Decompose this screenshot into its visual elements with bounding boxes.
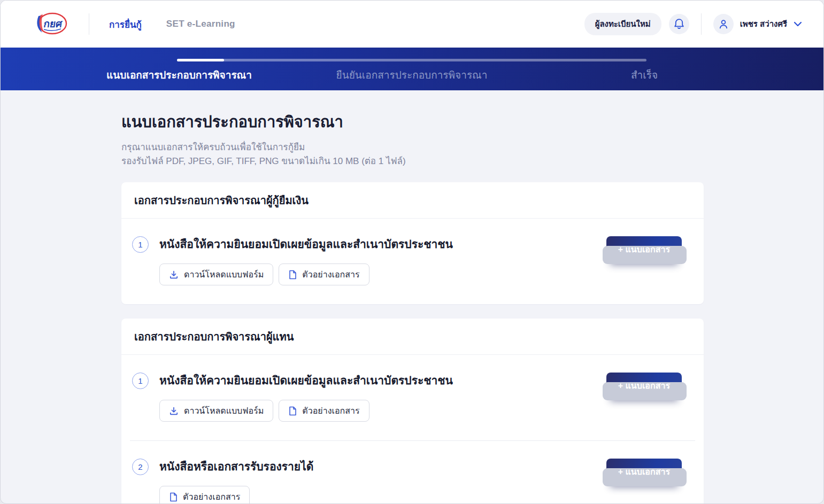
header-divider-2 [701, 13, 702, 35]
page-subtitle-line2: รองรับไฟล์ PDF, JPEG, GIF, TIFF, PNG ขนา… [121, 154, 823, 168]
document-item-title: หนังสือให้ความยินยอมเปิดเผยข้อมูลและสำเน… [159, 371, 596, 389]
attach-document-button[interactable]: + แนบเอกสาร [606, 373, 682, 399]
user-name: เพชร สว่างศรี [740, 18, 787, 30]
org-logo[interactable]: กยศ [35, 10, 69, 38]
nav-item-loan-application[interactable]: การยื่นกู้ [109, 17, 142, 32]
user-avatar [713, 14, 734, 34]
step-success[interactable]: สำเร็จ [631, 67, 658, 83]
item-number-badge: 2 [132, 459, 149, 475]
item-body: หนังสือหรือเอกสารรับรองรายได้ ตัวอย่างเอ… [159, 458, 596, 504]
document-icon [288, 270, 297, 280]
download-form-button[interactable]: ดาวน์โหลดแบบฟอร์ม [159, 263, 273, 285]
app-window: กยศ การยื่นกู้ SET e-Learning ผู้ลงทะเบี… [0, 0, 824, 504]
document-item: 2 หนังสือหรือเอกสารรับรองรายได้ ตัวอย่าง… [121, 441, 704, 504]
section-title: เอกสารประกอบการพิจารณาผู้กู้ยืมเงิน [121, 182, 704, 219]
sample-document-button[interactable]: ตัวอย่างเอกสาร [159, 486, 250, 504]
item-actions: ตัวอย่างเอกสาร [159, 486, 596, 504]
main-nav: การยื่นกู้ SET e-Learning [109, 17, 235, 32]
header-divider [89, 13, 89, 35]
user-menu[interactable]: เพชร สว่างศรี [713, 14, 802, 34]
document-icon [169, 492, 178, 502]
item-number-badge: 1 [132, 373, 149, 389]
org-logo-icon: กยศ [35, 11, 68, 37]
page-subtitle-line1: กรุณาแนบเอกสารให้ครบถ้วนเพื่อใช้ในการกู้… [121, 141, 823, 154]
notifications-button[interactable] [669, 14, 689, 34]
sample-document-button[interactable]: ตัวอย่างเอกสาร [279, 400, 369, 422]
progress-stepper: แนบเอกสารประกอบการพิจารณา ยืนยันเอกสารปร… [1, 48, 823, 90]
top-header: กยศ การยื่นกู้ SET e-Learning ผู้ลงทะเบี… [1, 1, 823, 48]
download-form-button[interactable]: ดาวน์โหลดแบบฟอร์ม [159, 400, 273, 422]
section-representative-documents: เอกสารประกอบการพิจารณาผู้แทน 1 หนังสือให… [121, 319, 704, 504]
new-registrant-badge[interactable]: ผู้ลงทะเบียนใหม่ [584, 13, 661, 35]
document-item-title: หนังสือให้ความยินยอมเปิดเผยข้อมูลและสำเน… [159, 235, 596, 253]
header-actions: ผู้ลงทะเบียนใหม่ เพชร สว่างศรี [584, 13, 802, 35]
download-icon [169, 406, 179, 416]
step-attach-documents[interactable]: แนบเอกสารประกอบการพิจารณา [106, 67, 252, 83]
item-actions: ดาวน์โหลดแบบฟอร์ม ตัวอย่างเอกสาร [159, 400, 596, 422]
sample-document-label: ตัวอย่างเอกสาร [302, 268, 359, 281]
chevron-down-icon [794, 21, 802, 27]
document-item: 1 หนังสือให้ความยินยอมเปิดเผยข้อมูลและสำ… [121, 219, 704, 304]
stepper-progress-fill [177, 59, 224, 61]
main-content: แนบเอกสารประกอบการพิจารณา กรุณาแนบเอกสาร… [1, 90, 823, 504]
download-icon [169, 270, 179, 280]
download-form-label: ดาวน์โหลดแบบฟอร์ม [184, 404, 264, 417]
attach-document-button[interactable]: + แนบเอกสาร [606, 459, 682, 485]
attach-document-button[interactable]: + แนบเอกสาร [606, 236, 682, 262]
item-number-badge: 1 [132, 236, 149, 253]
item-body: หนังสือให้ความยินยอมเปิดเผยข้อมูลและสำเน… [159, 235, 596, 285]
stepper-track [177, 59, 646, 61]
bell-icon [674, 18, 684, 30]
document-item-title: หนังสือหรือเอกสารรับรองรายได้ [159, 458, 596, 475]
item-body: หนังสือให้ความยินยอมเปิดเผยข้อมูลและสำเน… [159, 371, 596, 422]
sample-document-label: ตัวอย่างเอกสาร [302, 404, 359, 417]
section-borrower-documents: เอกสารประกอบการพิจารณาผู้กู้ยืมเงิน 1 หน… [121, 182, 704, 304]
document-item: 1 หนังสือให้ความยินยอมเปิดเผยข้อมูลและสำ… [121, 355, 704, 440]
person-icon [718, 19, 729, 29]
page-title: แนบเอกสารประกอบการพิจารณา [121, 110, 823, 134]
document-icon [288, 406, 297, 416]
download-form-label: ดาวน์โหลดแบบฟอร์ม [184, 268, 264, 281]
sample-document-label: ตัวอย่างเอกสาร [183, 490, 240, 503]
step-confirm-documents[interactable]: ยืนยันเอกสารประกอบการพิจารณา [336, 67, 488, 83]
svg-text:กยศ: กยศ [43, 18, 64, 30]
item-actions: ดาวน์โหลดแบบฟอร์ม ตัวอย่างเอกสาร [159, 263, 596, 285]
section-title: เอกสารประกอบการพิจารณาผู้แทน [121, 319, 704, 355]
sample-document-button[interactable]: ตัวอย่างเอกสาร [279, 263, 369, 285]
nav-item-set-elearning[interactable]: SET e-Learning [166, 19, 235, 29]
